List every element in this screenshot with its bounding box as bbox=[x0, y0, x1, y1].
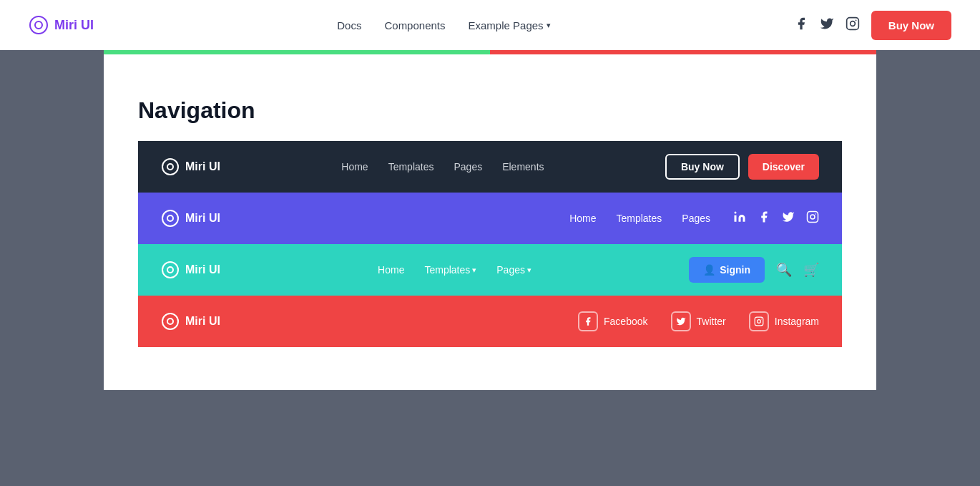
teal-nav-pages[interactable]: Pages ▾ bbox=[496, 264, 531, 276]
teal-nav-templates[interactable]: Templates ▾ bbox=[424, 264, 476, 276]
instagram-box-icon bbox=[749, 311, 769, 331]
buy-now-outline-button[interactable]: Buy Now bbox=[665, 154, 740, 180]
svg-point-4 bbox=[856, 20, 857, 21]
purple-logo-text: Miri UI bbox=[185, 212, 220, 225]
red-logo-text: Miri UI bbox=[185, 315, 220, 328]
components-link[interactable]: Components bbox=[384, 19, 445, 31]
progress-bar-red bbox=[490, 50, 876, 54]
teal-logo-text: Miri UI bbox=[185, 263, 220, 276]
user-icon: 👤 bbox=[703, 264, 715, 276]
svg-point-13 bbox=[162, 262, 178, 278]
signin-button[interactable]: 👤 Signin bbox=[689, 257, 765, 283]
dark-nav-pages[interactable]: Pages bbox=[454, 161, 482, 172]
svg-point-1 bbox=[35, 21, 42, 29]
teal-logo-icon bbox=[161, 261, 180, 279]
logo-text: Miri UI bbox=[54, 18, 94, 33]
dark-nav-templates[interactable]: Templates bbox=[388, 161, 434, 172]
svg-point-11 bbox=[810, 215, 815, 219]
twitter-icon-purple[interactable] bbox=[782, 210, 795, 226]
facebook-icon[interactable] bbox=[794, 16, 808, 34]
linkedin-icon[interactable] bbox=[733, 210, 746, 226]
top-navbar: Miri UI Docs Components Example Pages ▾ … bbox=[0, 0, 980, 50]
instagram-social-link[interactable]: Instagram bbox=[749, 311, 819, 331]
page-background: Navigation Miri UI Home Templates Pages … bbox=[0, 50, 980, 486]
chevron-down-icon-teal2: ▾ bbox=[527, 266, 531, 275]
teal-nav-center: Home Templates ▾ Pages ▾ bbox=[378, 264, 531, 276]
buy-now-button[interactable]: Buy Now bbox=[871, 11, 951, 40]
dark-logo-icon bbox=[161, 157, 180, 176]
purple-nav-right: Home Templates Pages bbox=[569, 210, 819, 226]
facebook-icon-purple[interactable] bbox=[758, 210, 770, 226]
purple-nav-pages[interactable]: Pages bbox=[682, 213, 710, 224]
red-nav-logo: Miri UI bbox=[161, 312, 220, 331]
top-nav-right: Buy Now bbox=[794, 11, 951, 40]
twitter-icon[interactable] bbox=[820, 16, 834, 34]
top-logo: Miri UI bbox=[29, 15, 94, 35]
content-area: Navigation Miri UI Home Templates Pages … bbox=[104, 50, 876, 390]
facebook-box-icon bbox=[578, 311, 598, 331]
teal-nav: Miri UI Home Templates ▾ Pages ▾ 👤 bbox=[138, 244, 842, 296]
search-icon[interactable]: 🔍 bbox=[776, 262, 792, 278]
dark-nav-logo: Miri UI bbox=[161, 157, 220, 176]
chevron-down-icon-teal: ▾ bbox=[472, 266, 476, 275]
svg-point-5 bbox=[162, 159, 178, 175]
svg-point-6 bbox=[167, 164, 173, 170]
svg-point-8 bbox=[167, 215, 173, 221]
top-nav-links: Docs Components Example Pages ▾ bbox=[337, 19, 550, 31]
svg-rect-17 bbox=[755, 317, 763, 326]
svg-point-15 bbox=[162, 314, 178, 329]
twitter-social-link[interactable]: Twitter bbox=[671, 311, 726, 331]
docs-link[interactable]: Docs bbox=[337, 19, 361, 31]
dark-nav: Miri UI Home Templates Pages Elements Bu… bbox=[138, 141, 842, 193]
svg-point-18 bbox=[757, 320, 760, 324]
svg-point-12 bbox=[815, 213, 816, 215]
instagram-icon-purple[interactable] bbox=[806, 210, 819, 226]
twitter-box-icon bbox=[671, 311, 691, 331]
facebook-social-link[interactable]: Facebook bbox=[578, 311, 647, 331]
svg-point-9 bbox=[735, 212, 737, 214]
logo-icon bbox=[29, 15, 49, 35]
dark-logo-text: Miri UI bbox=[185, 160, 220, 173]
dark-nav-links: Home Templates Pages Elements bbox=[341, 161, 544, 172]
chevron-down-icon: ▾ bbox=[547, 21, 551, 30]
svg-rect-2 bbox=[846, 18, 858, 30]
red-nav-right: Facebook Twitter Instagram bbox=[578, 311, 819, 331]
example-pages-link[interactable]: Example Pages ▾ bbox=[469, 19, 551, 31]
red-logo-icon bbox=[161, 312, 180, 331]
svg-rect-10 bbox=[808, 212, 818, 223]
teal-nav-logo: Miri UI bbox=[161, 261, 220, 279]
svg-point-0 bbox=[30, 16, 47, 34]
progress-bars bbox=[104, 50, 876, 54]
svg-point-19 bbox=[760, 319, 761, 319]
teal-nav-right: 👤 Signin 🔍 🛒 bbox=[689, 257, 819, 283]
section-title: Navigation bbox=[104, 97, 876, 141]
dark-nav-elements[interactable]: Elements bbox=[502, 161, 544, 172]
instagram-icon[interactable] bbox=[846, 16, 860, 34]
nav-demos-container: Miri UI Home Templates Pages Elements Bu… bbox=[104, 141, 876, 390]
teal-nav-home[interactable]: Home bbox=[378, 264, 404, 276]
dark-nav-buttons: Buy Now Discover bbox=[665, 154, 819, 180]
purple-nav-links: Home Templates Pages bbox=[569, 213, 710, 224]
svg-point-3 bbox=[850, 21, 855, 26]
purple-nav-logo: Miri UI bbox=[161, 209, 220, 228]
discover-button[interactable]: Discover bbox=[748, 154, 819, 180]
dark-nav-home[interactable]: Home bbox=[341, 161, 368, 172]
purple-nav-home[interactable]: Home bbox=[569, 213, 596, 224]
purple-nav: Miri UI Home Templates Pages bbox=[138, 193, 842, 244]
purple-logo-icon bbox=[161, 209, 180, 228]
svg-point-7 bbox=[162, 210, 178, 226]
progress-bar-green bbox=[104, 50, 490, 54]
svg-point-16 bbox=[167, 319, 173, 324]
purple-nav-templates[interactable]: Templates bbox=[616, 213, 662, 224]
red-nav: Miri UI Facebook Twitter bbox=[138, 296, 842, 347]
svg-point-14 bbox=[167, 267, 173, 273]
cart-icon[interactable]: 🛒 bbox=[803, 262, 819, 278]
purple-nav-socials bbox=[733, 210, 819, 226]
